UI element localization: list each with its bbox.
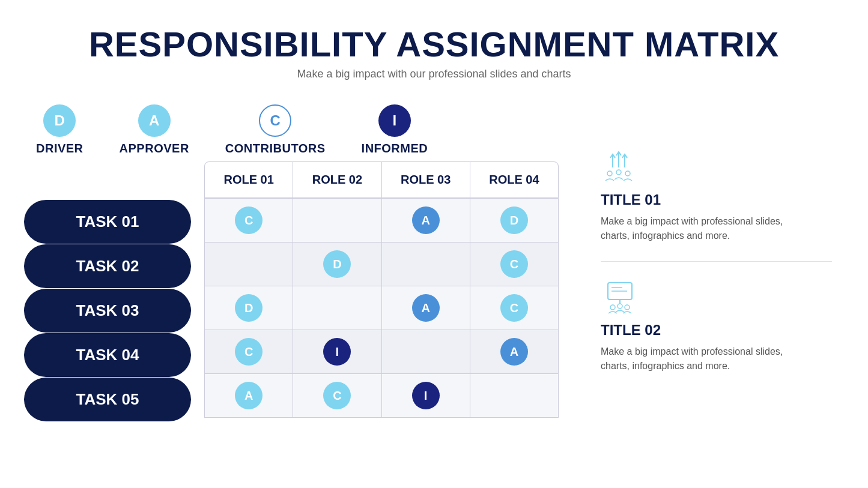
info-block-02: TITLE 02 Make a big impact with professi… [601,280,832,373]
cell-01-01: C [204,199,293,242]
badge-a: A [412,206,440,234]
badge-d: D [323,250,351,278]
svg-point-3 [607,171,612,176]
info-desc-01: Make a big impact with professional slid… [601,214,793,243]
col-header-03: ROLE 03 [382,161,470,199]
content-area: TASK 01 TASK 02 TASK 03 TASK 04 TASK 05 … [0,161,868,418]
badge-a: A [412,294,440,322]
header: RESPONSIBILITY ASSIGNMENT MATRIX Make a … [0,0,868,86]
cell-04-01: C [204,330,293,374]
badge-c: C [235,338,263,366]
cell-02-03 [382,242,470,286]
legend-driver: D DRIVER [36,104,83,155]
info-block-01: TITLE 01 Make a big impact with professi… [601,149,832,243]
presentation-people-icon [601,280,649,316]
divider-01 [601,261,832,262]
approver-label: APPROVER [120,142,189,155]
svg-point-4 [616,170,621,175]
badge-c: C [323,382,351,409]
cell-04-04: A [470,330,559,374]
badge-i: I [323,338,351,366]
cell-04-02: I [293,330,381,374]
badge-c: C [235,206,263,234]
cell-02-04: C [470,242,559,286]
svg-point-12 [625,305,630,310]
cell-03-04: C [470,286,559,330]
col-header-02: ROLE 02 [293,161,381,199]
badge-c: C [500,294,528,322]
contributors-badge: C [259,104,291,137]
badge-a: A [235,382,263,409]
svg-point-10 [610,305,615,310]
table-header-row: ROLE 01 ROLE 02 ROLE 03 ROLE 04 [204,161,559,199]
badge-c: C [500,250,528,278]
badge-d: D [500,206,528,234]
task-label-02: TASK 02 [24,244,191,288]
informed-label: INFORMED [362,142,428,155]
table-row-02: D C [204,242,559,286]
legend-informed: I INFORMED [362,104,428,155]
matrix-section: TASK 01 TASK 02 TASK 03 TASK 04 TASK 05 … [24,161,565,418]
informed-badge: I [378,104,411,137]
cell-03-03: A [382,286,470,330]
table-body: C A D D [204,199,559,418]
cell-05-01: A [204,374,293,418]
contributors-label: CONTRIBUTORS [225,142,326,155]
task-label-01: TASK 01 [24,200,191,244]
badge-a: A [500,338,528,366]
driver-label: DRIVER [36,142,83,155]
page-subtitle: Make a big impact with our professional … [0,68,868,80]
info-desc-02: Make a big impact with professional slid… [601,345,793,373]
legend-contributors: C CONTRIBUTORS [225,104,326,155]
legend-approver: A APPROVER [120,104,189,155]
cell-03-01: D [204,286,293,330]
col-header-01: ROLE 01 [204,161,293,199]
approver-badge: A [138,104,171,137]
task-label-04: TASK 04 [24,333,191,377]
right-panel: TITLE 01 Make a big impact with professi… [565,149,844,418]
cell-03-02 [293,286,381,330]
task-label-05: TASK 05 [24,378,191,421]
table-row-01: C A D [204,199,559,242]
matrix-table: ROLE 01 ROLE 02 ROLE 03 ROLE 04 C A [204,161,559,418]
driver-badge: D [43,104,76,137]
badge-d: D [235,294,263,322]
table-row-05: A C I [204,374,559,418]
cell-01-02 [293,199,381,242]
cell-02-01 [204,242,293,286]
cell-04-03 [382,330,470,374]
table-row-04: C I A [204,330,559,374]
task-label-03: TASK 03 [24,289,191,333]
group-arrows-icon [601,149,649,185]
cell-05-03: I [382,374,470,418]
cell-05-02: C [293,374,381,418]
cell-02-02: D [293,242,381,286]
cell-01-04: D [470,199,559,242]
task-labels: TASK 01 TASK 02 TASK 03 TASK 04 TASK 05 [24,200,191,422]
info-title-01: TITLE 01 [601,191,832,208]
page-title: RESPONSIBILITY ASSIGNMENT MATRIX [0,24,868,64]
cell-01-03: A [382,199,470,242]
table-row-03: D A C [204,286,559,330]
info-title-02: TITLE 02 [601,322,832,339]
svg-point-11 [618,304,622,309]
cell-05-04 [470,374,559,418]
col-header-04: ROLE 04 [470,161,559,199]
svg-point-5 [625,171,630,176]
badge-i: I [412,382,440,409]
